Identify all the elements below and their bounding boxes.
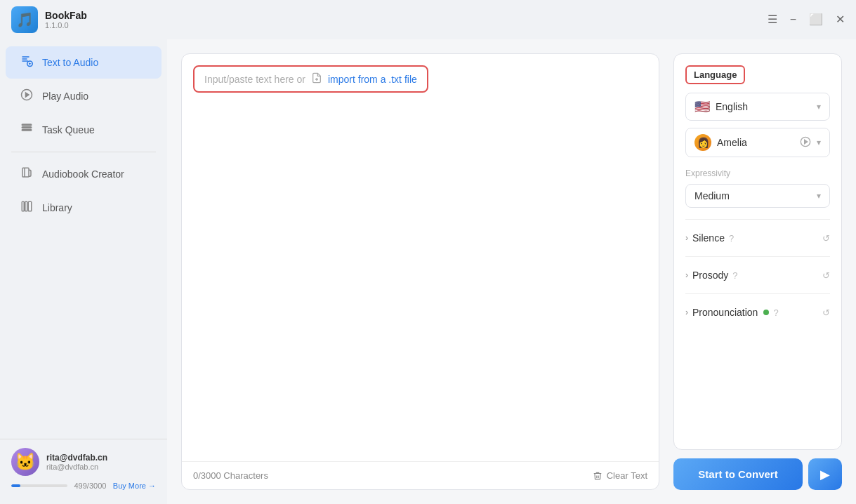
prosody-right: ↺ <box>822 270 830 281</box>
silence-left: › Silence ? <box>685 232 734 244</box>
pronounciation-right: ↺ <box>822 307 830 318</box>
prosody-refresh-icon[interactable]: ↺ <box>822 270 830 281</box>
app-branding: 🎵 BookFab 1.1.0.0 <box>11 6 87 33</box>
svg-rect-2 <box>22 60 28 62</box>
editor-input-bar[interactable]: Input/paste text here or import from a .… <box>193 65 428 93</box>
sidebar-label-text-to-audio: Text to Audio <box>42 57 98 68</box>
right-panel: Language 🇺🇸 English ▾ 👩 Amelia <box>673 53 842 490</box>
start-to-convert-button[interactable]: Start to Convert <box>673 458 803 490</box>
settings-divider-1 <box>685 219 830 220</box>
voice-play-icon[interactable] <box>800 136 811 150</box>
voice-avatar-emoji: 👩 <box>697 137 709 148</box>
clear-text-label: Clear Text <box>607 470 647 481</box>
editor-footer: 0/3000 Characters Clear Text <box>182 461 659 489</box>
silence-right: ↺ <box>822 233 830 244</box>
text-to-audio-icon <box>20 55 34 70</box>
svg-rect-13 <box>28 201 32 211</box>
settings-card: Language 🇺🇸 English ▾ 👩 Amelia <box>673 53 842 450</box>
svg-rect-9 <box>22 130 32 131</box>
language-flag: 🇺🇸 <box>694 99 710 114</box>
svg-marker-6 <box>26 93 29 97</box>
character-count: 0/3000 Characters <box>193 470 268 481</box>
audiobook-creator-icon <box>20 166 34 182</box>
import-text-link[interactable]: import from a .txt file <box>328 74 417 85</box>
logo-icon: 🎵 <box>16 11 34 28</box>
expressivity-label: Expressivity <box>685 168 830 178</box>
avatar-emoji: 🐱 <box>15 452 36 472</box>
silence-title: Silence <box>692 232 725 244</box>
prosody-left: › Prosody ? <box>685 270 738 281</box>
quota-bar-background <box>11 484 67 487</box>
task-queue-icon <box>20 122 34 138</box>
title-bar: 🎵 BookFab 1.1.0.0 ☰ − ⬜ ✕ <box>0 0 856 39</box>
sidebar-divider <box>11 152 156 152</box>
pronounciation-refresh-icon[interactable]: ↺ <box>822 307 830 318</box>
menu-button[interactable]: ☰ <box>768 14 777 25</box>
clear-text-button[interactable]: Clear Text <box>593 470 647 481</box>
pronounciation-section[interactable]: › Pronounciation ? ↺ <box>685 300 830 325</box>
buy-more-link[interactable]: Buy More → <box>113 482 156 490</box>
voice-chevron-icon: ▾ <box>817 138 821 147</box>
app-info: BookFab 1.1.0.0 <box>45 10 87 29</box>
pronounciation-left: › Pronounciation ? <box>685 307 779 318</box>
user-details: rita@dvdfab.cn rita@dvdfab.cn <box>46 453 156 471</box>
sidebar: Text to Audio Play Audio Task Queue <box>0 39 167 504</box>
svg-marker-17 <box>805 140 808 143</box>
play-button[interactable]: ▶ <box>808 458 842 490</box>
silence-refresh-icon[interactable]: ↺ <box>822 233 830 244</box>
sidebar-label-play-audio: Play Audio <box>42 91 88 102</box>
svg-rect-0 <box>22 56 29 58</box>
convert-area: Start to Convert ▶ <box>673 458 842 490</box>
pronounciation-chevron-icon: › <box>685 307 688 317</box>
user-email-secondary: rita@dvdfab.cn <box>46 463 156 471</box>
svg-rect-1 <box>22 58 27 60</box>
voice-name: Amelia <box>717 137 794 148</box>
editor-panel: Input/paste text here or import from a .… <box>181 53 659 490</box>
voice-selector[interactable]: 👩 Amelia ▾ <box>685 128 830 157</box>
sidebar-label-audiobook-creator: Audiobook Creator <box>42 168 124 180</box>
svg-rect-11 <box>22 201 24 211</box>
prosody-help-icon[interactable]: ? <box>732 270 737 281</box>
svg-rect-12 <box>25 201 27 211</box>
prosody-chevron-icon: › <box>685 270 688 280</box>
pronounciation-help-icon[interactable]: ? <box>773 307 778 318</box>
library-icon <box>20 200 34 215</box>
import-file-icon <box>311 72 322 86</box>
sidebar-label-library: Library <box>42 202 72 213</box>
language-section-header: Language <box>685 65 830 84</box>
language-label: Language <box>685 65 745 84</box>
expressivity-selector[interactable]: Medium ▾ <box>685 184 830 208</box>
quota-bar-fill <box>11 484 20 487</box>
close-button[interactable]: ✕ <box>836 14 845 25</box>
silence-help-icon[interactable]: ? <box>729 233 734 244</box>
sidebar-item-text-to-audio[interactable]: Text to Audio <box>6 46 162 79</box>
editor-placeholder: Input/paste text here or <box>204 74 305 85</box>
user-info: 🐱 rita@dvdfab.cn rita@dvdfab.cn <box>11 448 156 476</box>
user-email-primary: rita@dvdfab.cn <box>46 453 156 463</box>
sidebar-nav: Text to Audio Play Audio Task Queue <box>0 45 167 439</box>
app-name: BookFab <box>45 10 87 21</box>
user-avatar: 🐱 <box>11 448 39 476</box>
silence-section[interactable]: › Silence ? ↺ <box>685 225 830 251</box>
language-selector[interactable]: 🇺🇸 English ▾ <box>685 93 830 121</box>
expressivity-value: Medium <box>694 190 730 201</box>
minimize-button[interactable]: − <box>790 14 796 25</box>
app-version: 1.1.0.0 <box>45 21 87 29</box>
expressivity-chevron-icon: ▾ <box>817 191 821 201</box>
sidebar-item-audiobook-creator[interactable]: Audiobook Creator <box>6 158 162 190</box>
pronounciation-title: Pronounciation <box>692 307 758 318</box>
prosody-section[interactable]: › Prosody ? ↺ <box>685 263 830 288</box>
play-audio-icon <box>20 88 34 104</box>
svg-rect-10 <box>22 168 29 177</box>
svg-marker-4 <box>29 62 32 65</box>
editor-body[interactable]: Input/paste text here or import from a .… <box>182 54 659 461</box>
sidebar-item-task-queue[interactable]: Task Queue <box>6 114 162 146</box>
sidebar-item-play-audio[interactable]: Play Audio <box>6 80 162 112</box>
sidebar-label-task-queue: Task Queue <box>42 124 95 135</box>
sidebar-item-library[interactable]: Library <box>6 192 162 224</box>
pronounciation-dot <box>763 310 769 315</box>
language-chevron-icon: ▾ <box>817 102 821 112</box>
svg-rect-8 <box>22 127 32 128</box>
voice-avatar: 👩 <box>694 134 711 151</box>
maximize-button[interactable]: ⬜ <box>809 14 823 25</box>
